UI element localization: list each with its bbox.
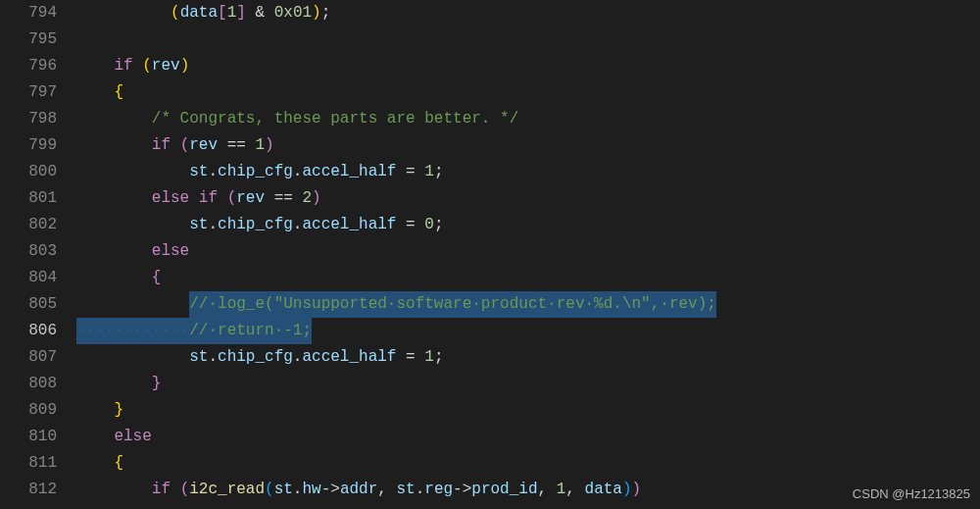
line-number: 810 bbox=[10, 424, 57, 450]
line-number: 809 bbox=[10, 397, 57, 424]
line-number: 800 bbox=[10, 159, 57, 185]
code-line[interactable]: { bbox=[76, 79, 980, 106]
line-number-gutter: 7947957967977987998008018028038048058068… bbox=[0, 0, 76, 509]
line-number: 812 bbox=[10, 477, 57, 503]
code-line[interactable]: } bbox=[76, 397, 980, 424]
code-editor[interactable]: 7947957967977987998008018028038048058068… bbox=[0, 0, 980, 509]
code-line[interactable] bbox=[76, 26, 980, 53]
code-line[interactable]: if (i2c_read(st.hw->addr, st.reg->prod_i… bbox=[76, 477, 980, 503]
code-line[interactable]: ············//·return·-1; bbox=[76, 318, 980, 344]
line-number: 804 bbox=[10, 265, 57, 291]
code-line[interactable]: } bbox=[76, 371, 980, 397]
line-number: 805 bbox=[10, 291, 57, 318]
code-line[interactable]: else if (rev == 2) bbox=[76, 185, 980, 212]
code-line[interactable]: else bbox=[76, 238, 980, 265]
line-number: 811 bbox=[10, 450, 57, 477]
line-number: 796 bbox=[10, 53, 57, 79]
code-line[interactable]: if (rev) bbox=[76, 53, 980, 79]
code-area[interactable]: (data[1] & 0x01); if (rev) { /* Congrats… bbox=[76, 0, 980, 509]
line-number: 807 bbox=[10, 344, 57, 371]
code-line[interactable]: st.chip_cfg.accel_half = 1; bbox=[76, 159, 980, 185]
code-line[interactable]: st.chip_cfg.accel_half = 0; bbox=[76, 212, 980, 238]
code-line[interactable]: else bbox=[76, 424, 980, 450]
code-line[interactable]: //·log_e("Unsupported·software·product·r… bbox=[76, 291, 980, 318]
code-line[interactable]: if (rev == 1) bbox=[76, 132, 980, 159]
code-line[interactable]: { bbox=[76, 265, 980, 291]
code-line[interactable]: { bbox=[76, 450, 980, 477]
line-number: 803 bbox=[10, 238, 57, 265]
line-number: 797 bbox=[10, 79, 57, 106]
code-line[interactable]: (data[1] & 0x01); bbox=[76, 0, 980, 26]
code-line[interactable]: st.chip_cfg.accel_half = 1; bbox=[76, 344, 980, 371]
line-number: 794 bbox=[10, 0, 57, 26]
line-number: 799 bbox=[10, 132, 57, 159]
line-number: 806 bbox=[10, 318, 57, 344]
line-number: 808 bbox=[10, 371, 57, 397]
line-number: 801 bbox=[10, 185, 57, 212]
code-line[interactable]: /* Congrats, these parts are better. */ bbox=[76, 106, 980, 132]
line-number: 795 bbox=[10, 26, 57, 53]
line-number: 802 bbox=[10, 212, 57, 238]
line-number: 798 bbox=[10, 106, 57, 132]
watermark-text: CSDN @Hz1213825 bbox=[853, 486, 970, 501]
